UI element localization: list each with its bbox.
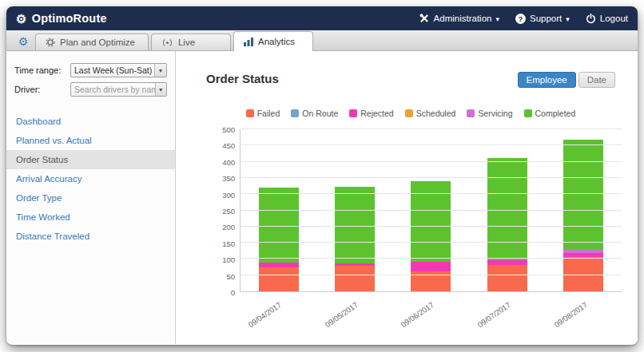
driver-row: Driver: Search drivers by nam ▼ bbox=[6, 80, 175, 99]
x-axis-label: 09/07/2017 bbox=[476, 300, 512, 329]
legend-label: Failed bbox=[257, 109, 280, 118]
legend-label: Rejected bbox=[360, 109, 393, 118]
legend-swatch bbox=[291, 109, 299, 117]
order-status-chart: 050100150200250300350400450500 09/04/201… bbox=[211, 129, 615, 329]
live-broadcast-icon bbox=[161, 38, 173, 47]
stacked-bar[interactable] bbox=[259, 129, 299, 291]
chevron-down-icon: ▾ bbox=[495, 15, 499, 23]
bar-group bbox=[411, 129, 451, 291]
y-axis-label: 350 bbox=[222, 174, 235, 183]
legend-item-servicing[interactable]: Servicing bbox=[467, 109, 512, 118]
gridline bbox=[241, 258, 622, 259]
sidebar-nav: DashboardPlanned vs. ActualOrder StatusA… bbox=[6, 112, 175, 246]
bar-group bbox=[335, 129, 375, 291]
time-range-value: Last Week (Sun-Sat) bbox=[74, 65, 152, 75]
tab-analytics[interactable]: Analytics bbox=[233, 31, 313, 51]
app-window: ⚙ OptimoRoute Administration ▾ ? bbox=[6, 6, 638, 345]
administration-menu[interactable]: Administration ▾ bbox=[419, 13, 499, 24]
bar-segment-failed[interactable] bbox=[259, 267, 299, 291]
gridline bbox=[241, 144, 622, 145]
legend-item-on-route[interactable]: On Route bbox=[291, 109, 338, 118]
view-toggle: Employee Date bbox=[518, 72, 615, 88]
logout-label: Logout bbox=[600, 14, 628, 23]
chart-x-axis: 09/04/201709/05/201709/06/201709/07/2017… bbox=[240, 294, 622, 326]
tab-live[interactable]: Live bbox=[151, 34, 231, 50]
legend-item-rejected[interactable]: Rejected bbox=[349, 109, 393, 118]
bar-segment-failed[interactable] bbox=[335, 266, 375, 291]
y-axis-label: 450 bbox=[222, 141, 235, 150]
gridline bbox=[241, 161, 622, 162]
sidebar-item-order-status[interactable]: Order Status bbox=[6, 150, 175, 169]
brand-logo: ⚙ OptimoRoute bbox=[16, 12, 107, 25]
stacked-bar[interactable] bbox=[563, 129, 603, 291]
legend-label: Completed bbox=[535, 109, 576, 118]
app-body: Time range: Last Week (Sun-Sat) ▼ Driver… bbox=[6, 51, 638, 344]
y-axis-label: 100 bbox=[222, 255, 235, 264]
bar-segment-completed[interactable] bbox=[563, 140, 603, 250]
legend-swatch bbox=[405, 109, 413, 117]
x-axis-label: 09/04/2017 bbox=[247, 300, 283, 329]
driver-select[interactable]: Search drivers by nam ▼ bbox=[70, 82, 167, 97]
tab-bar: ⚙ Plan and Optimize Live bbox=[6, 30, 638, 51]
stacked-bar[interactable] bbox=[487, 129, 527, 291]
bar-group bbox=[487, 129, 527, 291]
y-axis-label: 200 bbox=[222, 223, 235, 231]
legend-item-scheduled[interactable]: Scheduled bbox=[405, 109, 456, 118]
gridline bbox=[241, 242, 622, 243]
legend-item-failed[interactable]: Failed bbox=[246, 109, 280, 118]
bar-segment-rejected[interactable] bbox=[411, 262, 451, 271]
power-icon bbox=[586, 14, 596, 24]
x-axis-label: 09/08/2017 bbox=[552, 300, 588, 329]
sidebar-item-order-type[interactable]: Order Type bbox=[6, 188, 175, 208]
stacked-bar[interactable] bbox=[335, 129, 375, 291]
y-axis-label: 250 bbox=[222, 207, 235, 216]
sidebar-item-time-worked[interactable]: Time Worked bbox=[6, 208, 175, 227]
stacked-bar[interactable] bbox=[411, 129, 451, 291]
logout-button[interactable]: Logout bbox=[586, 14, 628, 24]
page: ⚙ OptimoRoute Administration ▾ ? bbox=[0, 0, 644, 352]
bar-segment-failed[interactable] bbox=[487, 265, 527, 291]
y-axis-label: 0 bbox=[231, 288, 235, 297]
top-bar: ⚙ OptimoRoute Administration ▾ ? bbox=[6, 6, 638, 30]
date-toggle-button[interactable]: Date bbox=[578, 72, 615, 88]
gridline bbox=[241, 177, 622, 178]
bar-chart-icon bbox=[244, 38, 253, 46]
y-axis-label: 400 bbox=[222, 157, 235, 166]
employee-toggle-button[interactable]: Employee bbox=[518, 72, 576, 88]
main-panel: Order Status Employee Date FailedOn Rout… bbox=[176, 51, 638, 344]
sidebar: Time range: Last Week (Sun-Sat) ▼ Driver… bbox=[6, 51, 176, 344]
gridline bbox=[241, 275, 622, 275]
sidebar-item-dashboard[interactable]: Dashboard bbox=[6, 112, 175, 131]
sidebar-item-arrival-accuracy[interactable]: Arrival Accuracy bbox=[6, 169, 175, 188]
brand-name: OptimoRoute bbox=[32, 12, 107, 25]
tab-plan-and-optimize[interactable]: Plan and Optimize bbox=[35, 34, 149, 50]
chart-plot bbox=[240, 129, 622, 292]
administration-label: Administration bbox=[434, 14, 492, 23]
y-axis-label: 50 bbox=[226, 271, 235, 280]
settings-gear-button[interactable]: ⚙ bbox=[11, 35, 35, 50]
support-menu[interactable]: ? Support ▾ bbox=[515, 14, 570, 24]
y-axis-label: 300 bbox=[222, 190, 235, 199]
driver-label: Driver: bbox=[14, 85, 67, 94]
chart-legend: FailedOn RouteRejectedScheduledServicing… bbox=[206, 109, 615, 118]
legend-label: Scheduled bbox=[416, 109, 456, 118]
tab-label: Live bbox=[178, 38, 195, 47]
legend-item-completed[interactable]: Completed bbox=[524, 109, 576, 118]
bar-group bbox=[259, 129, 299, 291]
page-title: Order Status bbox=[206, 72, 279, 85]
legend-swatch bbox=[349, 109, 357, 117]
tab-label: Plan and Optimize bbox=[60, 38, 135, 47]
legend-label: On Route bbox=[302, 109, 338, 118]
plan-icon bbox=[46, 38, 55, 47]
chart-bars bbox=[241, 129, 622, 291]
legend-swatch bbox=[467, 109, 475, 117]
legend-swatch bbox=[246, 109, 254, 117]
main-header: Order Status Employee Date bbox=[206, 72, 615, 88]
driver-placeholder: Search drivers by nam bbox=[74, 85, 155, 94]
time-range-select[interactable]: Last Week (Sun-Sat) ▼ bbox=[70, 63, 167, 77]
sidebar-item-planned-vs-actual[interactable]: Planned vs. Actual bbox=[6, 131, 175, 150]
chart-y-axis: 050100150200250300350400450500 bbox=[211, 129, 238, 292]
help-icon: ? bbox=[515, 14, 526, 24]
y-axis-label: 500 bbox=[222, 125, 235, 134]
sidebar-item-distance-traveled[interactable]: Distance Traveled bbox=[6, 227, 175, 246]
